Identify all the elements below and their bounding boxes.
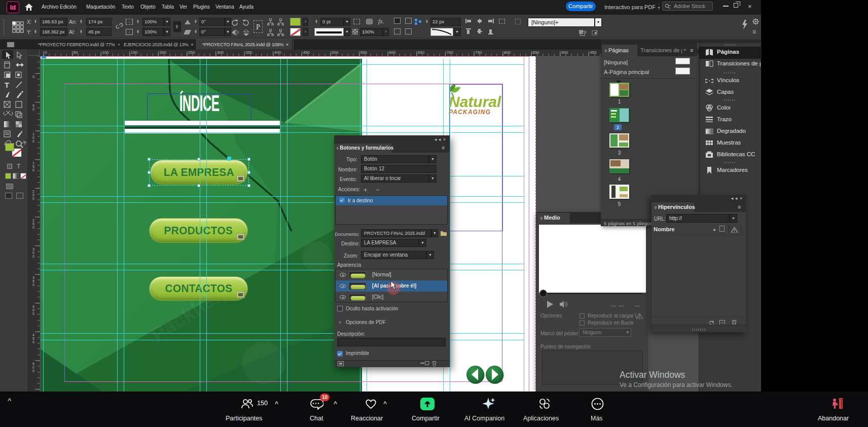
svg-text:2: 2: [32, 190, 34, 193]
svg-text:700: 700: [446, 50, 453, 55]
svg-text:3: 3: [32, 247, 34, 251]
svg-text:1: 1: [32, 132, 34, 136]
svg-text:0: 0: [32, 340, 34, 344]
svg-text:0: 0: [32, 308, 34, 312]
svg-text:T: T: [5, 81, 9, 89]
svg-text:0: 0: [32, 136, 34, 139]
svg-text:100: 100: [102, 50, 109, 55]
svg-text:5: 5: [32, 279, 34, 283]
svg-text:0: 0: [32, 255, 34, 258]
svg-text:800: 800: [504, 50, 511, 55]
svg-text:0: 0: [32, 193, 34, 197]
svg-text:500: 500: [332, 50, 339, 55]
svg-text:650: 650: [418, 50, 425, 55]
svg-text:450: 450: [303, 50, 310, 55]
svg-text:0: 0: [32, 366, 34, 369]
svg-text:0: 0: [32, 312, 34, 315]
svg-text:250: 250: [188, 50, 195, 55]
svg-text:5: 5: [32, 165, 34, 168]
svg-text:0: 0: [32, 283, 34, 287]
svg-text:350: 350: [245, 50, 252, 55]
svg-text:Natural: Natural: [449, 93, 501, 110]
svg-text:0: 0: [32, 168, 34, 172]
svg-text:200: 200: [159, 50, 166, 55]
svg-text:950: 950: [590, 50, 597, 55]
svg-text:1: 1: [32, 161, 34, 165]
svg-text:150: 150: [131, 50, 138, 55]
svg-text:50: 50: [74, 50, 78, 55]
svg-text:0: 0: [32, 139, 34, 143]
svg-text:0: 0: [32, 251, 34, 255]
svg-text:550: 550: [360, 50, 368, 55]
svg-text:400: 400: [274, 50, 281, 55]
svg-text:0: 0: [32, 226, 34, 229]
svg-text:5: 5: [32, 362, 34, 366]
svg-text:5: 5: [32, 337, 34, 340]
svg-text:750: 750: [475, 50, 482, 55]
svg-text:900: 900: [561, 50, 568, 55]
svg-text:0: 0: [32, 75, 34, 79]
svg-text:4: 4: [32, 333, 34, 337]
svg-text:0: 0: [32, 108, 34, 111]
svg-text:3: 3: [32, 276, 34, 279]
svg-text:850: 850: [532, 50, 539, 55]
svg-text:600: 600: [389, 50, 396, 55]
svg-text:2: 2: [32, 219, 34, 222]
svg-text:0: 0: [45, 50, 47, 55]
svg-text:0: 0: [32, 369, 34, 373]
svg-text:5: 5: [32, 104, 34, 108]
svg-text:300: 300: [217, 50, 224, 55]
svg-text:PACKAGING: PACKAGING: [449, 109, 491, 116]
svg-text:5: 5: [32, 222, 34, 226]
svg-text:4: 4: [32, 305, 34, 308]
svg-text:0: 0: [32, 197, 34, 200]
